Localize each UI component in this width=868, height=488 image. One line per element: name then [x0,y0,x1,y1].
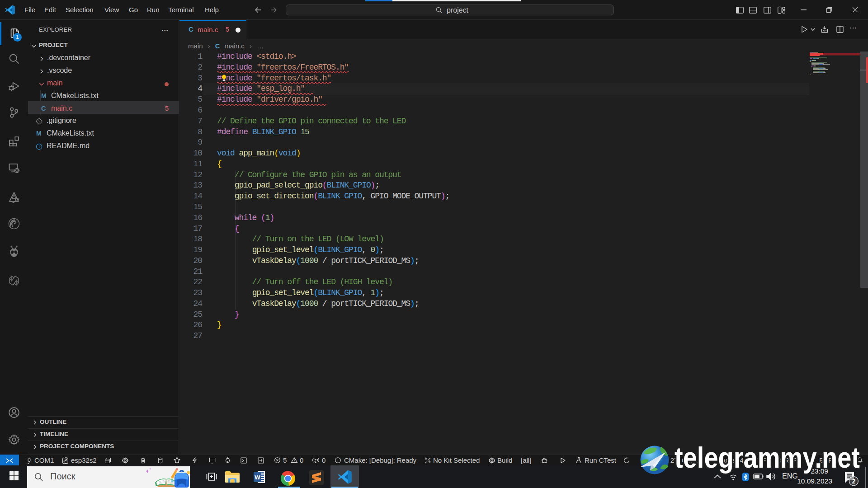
svg-text:W: W [255,474,260,481]
svg-text:telegrammy.net: telegrammy.net [675,441,860,474]
